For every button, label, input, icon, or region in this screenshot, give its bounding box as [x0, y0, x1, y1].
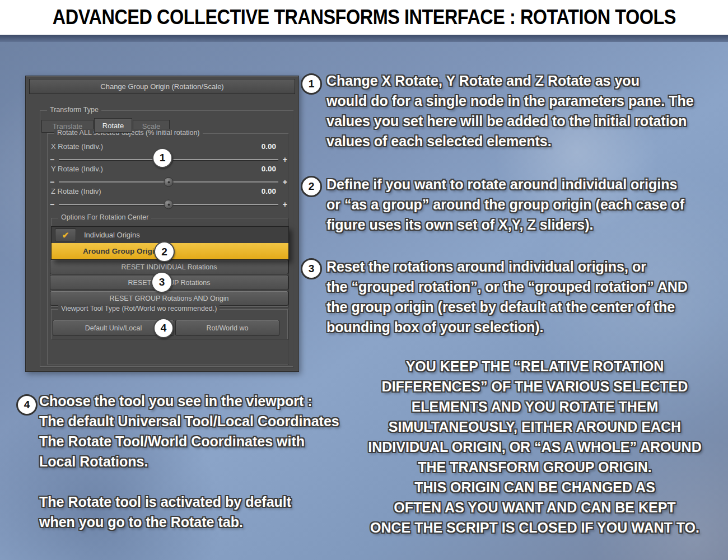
- z-plus-button[interactable]: +: [283, 200, 287, 208]
- y-minus-button[interactable]: −: [50, 178, 54, 186]
- dialog-title: Change Group Origin (Rotation/Scale): [100, 82, 223, 91]
- callout-badge-2: 2: [301, 176, 322, 197]
- page-title: ADVANCED COLLECTIVE TRANSFORMS INTERFACE…: [52, 6, 675, 29]
- badge-4-panel: 4: [153, 318, 174, 338]
- viewport-tool-label: Viewport Tool Type (Rot/World wo recomme…: [58, 305, 220, 312]
- x-plus-button[interactable]: +: [283, 156, 287, 164]
- z-slider-handle[interactable]: [164, 200, 174, 209]
- change-group-origin-dialog: Change Group Origin (Rotation/Scale) Tra…: [25, 76, 299, 372]
- summary-text: YOU KEEP THE “RELATIVE ROTATION DIFFEREN…: [342, 356, 728, 538]
- x-rotate-label: X Rotate (Indiv.): [51, 142, 103, 151]
- callout-badge-4: 4: [16, 394, 38, 416]
- callout-4-text: Choose the tool you see in the viewport …: [39, 391, 339, 532]
- dialog-titlebar[interactable]: Change Group Origin (Rotation/Scale): [29, 79, 295, 94]
- option-individual-origins-label: Individual Origins: [84, 231, 140, 239]
- callout-2-text: Define if you want to rotate around indi…: [326, 174, 684, 235]
- checkmark-icon: ✔: [55, 228, 76, 241]
- z-minus-button[interactable]: −: [50, 200, 54, 208]
- y-rotate-slider-row: Y Rotate (Indiv.) 0.00 − +: [50, 165, 287, 189]
- badge-2-panel: 2: [154, 241, 175, 262]
- tab-rotate[interactable]: Rotate: [94, 118, 132, 133]
- callout-1-text: Change X Rotate, Y Rotate and Z Rotate a…: [326, 71, 694, 151]
- option-around-group-origin-label: Around Group Origin: [83, 247, 159, 255]
- background-dark-band: [0, 35, 728, 42]
- y-rotate-slider[interactable]: − +: [50, 178, 287, 187]
- y-slider-handle[interactable]: [164, 178, 174, 187]
- reset-group-rotations-and-origin-button[interactable]: RESET GROUP Rotations AND Origin: [50, 291, 288, 306]
- rot-world-wo-button[interactable]: Rot/World wo: [175, 320, 279, 336]
- rotation-center-label: Options For Rotation Center: [58, 213, 151, 221]
- y-plus-button[interactable]: +: [283, 178, 287, 186]
- y-rotate-value[interactable]: 0.00: [262, 165, 276, 173]
- y-rotate-label: Y Rotate (Indiv.): [51, 165, 103, 173]
- callout-badge-1: 1: [301, 73, 322, 95]
- reset-individual-rotations-button[interactable]: RESET INDIVIDUAL Rotations: [50, 259, 288, 274]
- z-rotate-slider[interactable]: − +: [50, 200, 287, 209]
- z-rotate-label: Z Rotate (Indiv): [51, 187, 101, 195]
- x-minus-button[interactable]: −: [50, 156, 54, 164]
- x-rotate-value[interactable]: 0.00: [262, 142, 276, 151]
- callout-badge-3: 3: [301, 258, 322, 279]
- z-rotate-value[interactable]: 0.00: [262, 187, 276, 195]
- option-individual-origins[interactable]: ✔ Individual Origins: [52, 227, 288, 243]
- badge-3-panel: 3: [151, 272, 172, 293]
- badge-1-panel: 1: [152, 148, 172, 168]
- z-rotate-slider-row: Z Rotate (Indiv) 0.00 − +: [50, 187, 287, 212]
- page-header: ADVANCED COLLECTIVE TRANSFORMS INTERFACE…: [0, 0, 728, 35]
- callout-3-text: Reset the rotations around individual or…: [326, 256, 688, 337]
- transform-type-label: Transform Type: [47, 106, 101, 114]
